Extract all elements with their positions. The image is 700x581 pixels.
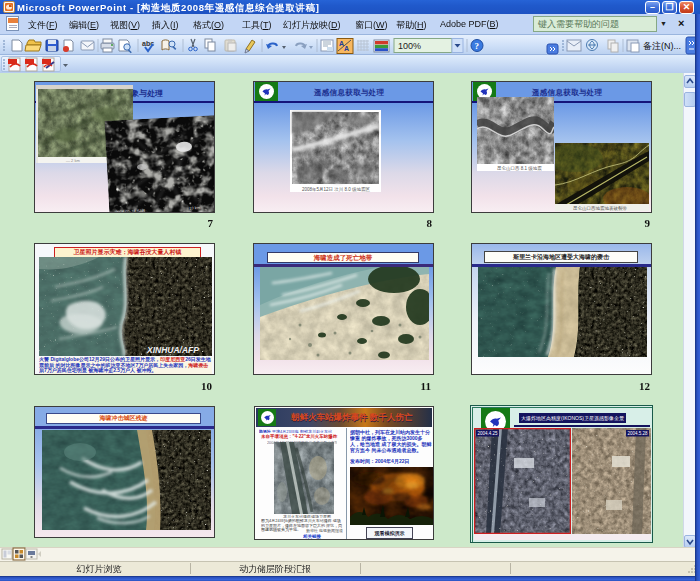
svg-text:XINHUA/AFP: XINHUA/AFP: [146, 345, 199, 355]
svg-text:A: A: [344, 45, 349, 52]
svg-text:100%: 100%: [398, 41, 421, 51]
svg-text:备注(N)...: 备注(N)...: [643, 41, 681, 51]
svg-text:2004.4.25: 2004.4.25: [478, 431, 499, 436]
svg-text:?: ?: [475, 41, 480, 51]
svg-text:2008年5月12日 汶川 8.0 级地震区: 2008年5月12日 汶川 8.0 级地震区: [302, 186, 371, 192]
svg-text:2004.5.28: 2004.5.28: [628, 431, 649, 436]
svg-text:昆仑山口西地震地表破裂带: 昆仑山口西地震地表破裂带: [573, 205, 628, 211]
svg-text:10 km: 10 km: [189, 205, 201, 211]
svg-text:2008-05-18 SAR: 2008-05-18 SAR: [115, 208, 145, 213]
svg-text:— 2 km: — 2 km: [66, 158, 80, 163]
svg-text:昆仑山口西 8.1 级地震: 昆仑山口西 8.1 级地震: [497, 165, 542, 171]
